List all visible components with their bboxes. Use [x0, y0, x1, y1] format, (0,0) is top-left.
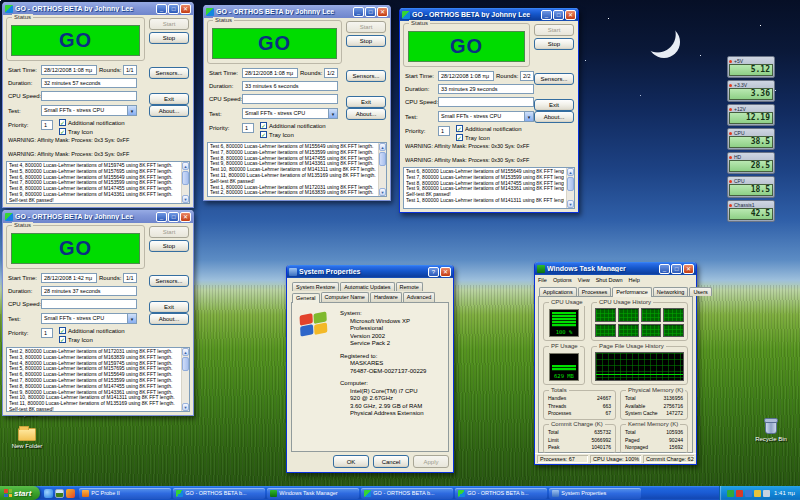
- log-list[interactable]: Test 4, 800000 Lucas-Lehmer iterations o…: [6, 161, 190, 204]
- tab-performance[interactable]: Performance: [612, 287, 652, 297]
- scrollbar-thumb[interactable]: [567, 177, 574, 191]
- monitor-tray-icon[interactable]: [736, 490, 743, 497]
- close-button[interactable]: ✕: [180, 4, 191, 14]
- about-button[interactable]: About...: [534, 111, 574, 123]
- tab-processes[interactable]: Processes: [578, 287, 612, 296]
- test-select[interactable]: Small FFTs - stress CPU▾: [41, 105, 137, 116]
- stop-button[interactable]: Stop: [346, 35, 386, 47]
- tab-computer-name[interactable]: Computer Name: [321, 292, 369, 302]
- close-button[interactable]: ✕: [440, 267, 451, 277]
- test-select[interactable]: Small FFTs - stress CPU▾: [41, 313, 137, 324]
- maximize-button[interactable]: □: [168, 4, 179, 14]
- sensor-module[interactable]: Chassis142.5: [727, 200, 775, 222]
- exit-button[interactable]: Exit: [149, 301, 189, 313]
- menu-shutdown[interactable]: Shut Down: [596, 277, 623, 283]
- test-select[interactable]: Small FFTs - stress CPU▾: [438, 111, 534, 122]
- additional-notification-checkbox[interactable]: ✓Additional notification: [59, 327, 125, 334]
- stop-button[interactable]: Stop: [149, 240, 189, 252]
- exit-button[interactable]: Exit: [149, 93, 189, 105]
- sensors-button[interactable]: Sensors...: [534, 73, 574, 85]
- maximize-button[interactable]: □: [168, 212, 179, 222]
- cancel-button[interactable]: Cancel: [373, 455, 409, 468]
- tab-applications[interactable]: Applications: [539, 287, 577, 296]
- menu-options[interactable]: Options: [553, 277, 572, 283]
- tray-icon-checkbox[interactable]: ✓Tray Icon: [59, 336, 93, 343]
- sensors-button[interactable]: Sensors...: [149, 275, 189, 287]
- dropdown-arrow-icon[interactable]: ▾: [127, 314, 136, 323]
- test-select[interactable]: Small FFTs - stress CPU▾: [242, 108, 338, 119]
- apply-button[interactable]: Apply: [413, 455, 449, 468]
- log-list[interactable]: Test 6, 800000 Lucas-Lehmer iterations o…: [207, 142, 387, 197]
- log-list[interactable]: Test 2, 800000 Lucas-Lehmer iterations o…: [6, 347, 190, 412]
- about-button[interactable]: About...: [149, 105, 189, 117]
- sensor-module[interactable]: CPU38.5: [727, 128, 775, 150]
- scroll-down-icon[interactable]: ▼: [182, 403, 189, 411]
- media-player-icon[interactable]: [66, 489, 75, 498]
- tab-general[interactable]: General: [292, 293, 320, 303]
- antivirus-tray-icon[interactable]: [727, 490, 734, 497]
- scrollbar-thumb[interactable]: [379, 152, 386, 166]
- start-button[interactable]: Start: [346, 21, 386, 33]
- taskbar-button-orthos-2[interactable]: GO - ORTHOS BETA b...: [361, 488, 453, 499]
- taskbar-clock[interactable]: 1:41 πμ: [774, 490, 795, 496]
- stop-button[interactable]: Stop: [534, 38, 574, 50]
- scrollbar-thumb[interactable]: [182, 171, 189, 185]
- scroll-up-icon[interactable]: ▲: [379, 143, 386, 151]
- tab-advanced[interactable]: Advanced: [403, 292, 435, 302]
- taskbar-button-orthos-3[interactable]: GO - ORTHOS BETA b...: [455, 488, 547, 499]
- exit-button[interactable]: Exit: [534, 99, 574, 111]
- close-button[interactable]: ✕: [377, 7, 388, 17]
- about-button[interactable]: About...: [346, 108, 386, 120]
- minimize-button[interactable]: _: [156, 212, 167, 222]
- internet-explorer-icon[interactable]: [44, 489, 53, 498]
- maximize-button[interactable]: □: [671, 264, 682, 274]
- tab-system-restore[interactable]: System Restore: [292, 282, 339, 291]
- taskbar-button-system-properties[interactable]: System Properties: [549, 488, 641, 499]
- sensor-module[interactable]: +3.3V3.36: [727, 80, 775, 102]
- tab-networking[interactable]: Networking: [653, 287, 689, 296]
- show-desktop-icon[interactable]: [55, 489, 64, 498]
- maximize-button[interactable]: □: [365, 7, 376, 17]
- sensor-module[interactable]: CPU18.5: [727, 176, 775, 198]
- menu-view[interactable]: View: [578, 277, 590, 283]
- tab-automatic-updates[interactable]: Automatic Updates: [340, 282, 394, 291]
- sensor-module[interactable]: +5V5.12: [727, 56, 775, 78]
- about-button[interactable]: About...: [149, 313, 189, 325]
- minimize-button[interactable]: _: [659, 264, 670, 274]
- sensors-button[interactable]: Sensors...: [346, 70, 386, 82]
- log-scrollbar[interactable]: ▲▼: [566, 168, 574, 208]
- additional-notification-checkbox[interactable]: ✓Additional notification: [456, 125, 522, 132]
- scroll-up-icon[interactable]: ▲: [182, 348, 189, 356]
- start-button[interactable]: Start: [534, 24, 574, 36]
- log-scrollbar[interactable]: ▲▼: [181, 348, 189, 411]
- additional-notification-checkbox[interactable]: ✓Additional notification: [260, 122, 326, 129]
- close-button[interactable]: ✕: [180, 212, 191, 222]
- scrollbar-thumb[interactable]: [182, 357, 189, 371]
- tray-icon-checkbox[interactable]: ✓Tray Icon: [59, 128, 93, 135]
- minimize-button[interactable]: _: [541, 10, 552, 20]
- tab-users[interactable]: Users: [689, 287, 711, 296]
- minimize-button[interactable]: _: [156, 4, 167, 14]
- taskbar-button-orthos-1[interactable]: GO - ORTHOS BETA b...: [173, 488, 265, 499]
- dropdown-arrow-icon[interactable]: ▾: [127, 106, 136, 115]
- close-button[interactable]: ✕: [683, 264, 694, 274]
- titlebar[interactable]: Windows Task Manager _□✕: [535, 262, 696, 275]
- sensor-module[interactable]: +12V12.19: [727, 104, 775, 126]
- help-button[interactable]: ?: [428, 267, 439, 277]
- close-button[interactable]: ✕: [565, 10, 576, 20]
- tray-icon-checkbox[interactable]: ✓Tray Icon: [456, 134, 490, 141]
- desktop-icon-new-folder[interactable]: New Folder: [4, 428, 50, 449]
- volume-tray-icon[interactable]: [763, 490, 770, 497]
- titlebar[interactable]: System Properties ?✕: [287, 265, 453, 278]
- tab-hardware[interactable]: Hardware: [370, 292, 402, 302]
- taskbar-button-pc-probe[interactable]: PC Probe II: [79, 488, 171, 499]
- menu-help[interactable]: Help: [629, 277, 640, 283]
- maximize-button[interactable]: □: [553, 10, 564, 20]
- minimize-button[interactable]: _: [353, 7, 364, 17]
- log-scrollbar[interactable]: ▲▼: [181, 162, 189, 203]
- additional-notification-checkbox[interactable]: ✓Additional notification: [59, 119, 125, 126]
- start-button[interactable]: Start: [149, 226, 189, 238]
- taskbar-button-task-manager[interactable]: Windows Task Manager: [267, 488, 359, 499]
- scroll-up-icon[interactable]: ▲: [182, 162, 189, 170]
- start-button[interactable]: Start: [149, 18, 189, 30]
